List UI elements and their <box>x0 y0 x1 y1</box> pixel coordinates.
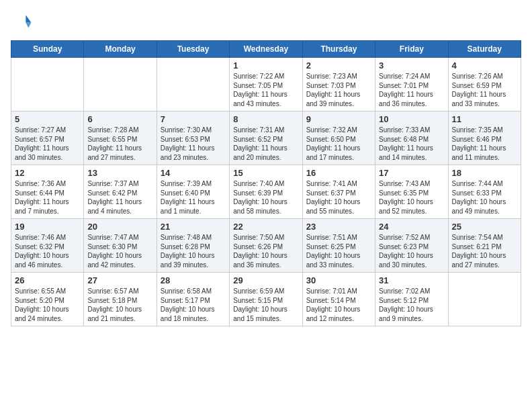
calendar-cell: 16Sunrise: 7:41 AM Sunset: 6:37 PM Dayli… <box>302 165 375 219</box>
day-number: 24 <box>379 222 444 232</box>
day-number: 23 <box>306 222 371 232</box>
calendar-table: SundayMondayTuesdayWednesdayThursdayFrid… <box>11 40 521 326</box>
calendar-cell: 9Sunrise: 7:32 AM Sunset: 6:50 PM Daylig… <box>302 111 375 165</box>
day-number: 9 <box>306 114 371 124</box>
day-number: 10 <box>379 114 444 124</box>
day-number: 20 <box>87 222 152 232</box>
calendar-cell <box>157 58 229 111</box>
day-header-tuesday: Tuesday <box>157 41 229 58</box>
calendar-cell: 31Sunrise: 7:02 AM Sunset: 5:12 PM Dayli… <box>375 273 448 326</box>
day-number: 31 <box>379 275 444 285</box>
day-number: 25 <box>452 222 517 232</box>
calendar-cell: 23Sunrise: 7:51 AM Sunset: 6:25 PM Dayli… <box>302 219 375 273</box>
day-header-friday: Friday <box>375 41 448 58</box>
calendar-cell: 2Sunrise: 7:23 AM Sunset: 7:03 PM Daylig… <box>302 58 375 111</box>
day-info: Sunrise: 7:40 AM Sunset: 6:39 PM Dayligh… <box>233 179 298 216</box>
day-info: Sunrise: 7:23 AM Sunset: 7:03 PM Dayligh… <box>306 72 371 108</box>
day-info: Sunrise: 7:32 AM Sunset: 6:50 PM Dayligh… <box>306 126 371 162</box>
svg-marker-1 <box>26 23 31 28</box>
day-number: 8 <box>233 114 298 124</box>
day-number: 14 <box>161 168 226 178</box>
day-info: Sunrise: 7:01 AM Sunset: 5:14 PM Dayligh… <box>306 287 371 323</box>
week-row-1: 1Sunrise: 7:22 AM Sunset: 7:05 PM Daylig… <box>11 58 521 111</box>
calendar-cell: 13Sunrise: 7:37 AM Sunset: 6:42 PM Dayli… <box>84 165 157 219</box>
day-info: Sunrise: 7:46 AM Sunset: 6:32 PM Dayligh… <box>15 233 80 269</box>
day-number: 26 <box>15 275 80 285</box>
day-number: 5 <box>15 114 80 124</box>
calendar-cell: 22Sunrise: 7:50 AM Sunset: 6:26 PM Dayli… <box>230 219 302 273</box>
day-header-saturday: Saturday <box>448 41 521 58</box>
day-info: Sunrise: 7:41 AM Sunset: 6:37 PM Dayligh… <box>306 179 371 216</box>
calendar-cell: 8Sunrise: 7:31 AM Sunset: 6:52 PM Daylig… <box>230 111 302 165</box>
day-number: 16 <box>306 168 371 178</box>
day-info: Sunrise: 7:48 AM Sunset: 6:28 PM Dayligh… <box>161 233 226 269</box>
calendar-cell: 4Sunrise: 7:26 AM Sunset: 6:59 PM Daylig… <box>448 58 521 111</box>
day-info: Sunrise: 7:37 AM Sunset: 6:42 PM Dayligh… <box>87 179 152 216</box>
day-number: 7 <box>161 114 226 124</box>
day-info: Sunrise: 7:47 AM Sunset: 6:30 PM Dayligh… <box>87 233 152 269</box>
day-info: Sunrise: 6:57 AM Sunset: 5:18 PM Dayligh… <box>87 287 152 323</box>
calendar-cell: 21Sunrise: 7:48 AM Sunset: 6:28 PM Dayli… <box>157 219 229 273</box>
calendar-cell: 27Sunrise: 6:57 AM Sunset: 5:18 PM Dayli… <box>84 273 157 326</box>
day-info: Sunrise: 7:52 AM Sunset: 6:23 PM Dayligh… <box>379 233 444 269</box>
day-info: Sunrise: 7:36 AM Sunset: 6:44 PM Dayligh… <box>15 179 80 216</box>
calendar-cell: 17Sunrise: 7:43 AM Sunset: 6:35 PM Dayli… <box>375 165 448 219</box>
logo <box>11 11 35 32</box>
svg-marker-0 <box>26 15 31 22</box>
day-info: Sunrise: 7:27 AM Sunset: 6:57 PM Dayligh… <box>15 126 80 162</box>
calendar-cell: 14Sunrise: 7:39 AM Sunset: 6:40 PM Dayli… <box>157 165 229 219</box>
day-number: 2 <box>306 60 371 71</box>
calendar-cell <box>11 58 84 111</box>
day-number: 6 <box>87 114 152 124</box>
calendar-cell: 28Sunrise: 6:58 AM Sunset: 5:17 PM Dayli… <box>157 273 229 326</box>
day-info: Sunrise: 7:26 AM Sunset: 6:59 PM Dayligh… <box>452 72 517 108</box>
calendar-cell: 12Sunrise: 7:36 AM Sunset: 6:44 PM Dayli… <box>11 165 84 219</box>
day-header-monday: Monday <box>84 41 157 58</box>
week-row-3: 12Sunrise: 7:36 AM Sunset: 6:44 PM Dayli… <box>11 165 521 219</box>
day-info: Sunrise: 7:50 AM Sunset: 6:26 PM Dayligh… <box>233 233 298 269</box>
day-info: Sunrise: 7:43 AM Sunset: 6:35 PM Dayligh… <box>379 179 444 216</box>
day-info: Sunrise: 7:28 AM Sunset: 6:55 PM Dayligh… <box>87 126 152 162</box>
day-number: 1 <box>233 60 298 71</box>
calendar-cell: 7Sunrise: 7:30 AM Sunset: 6:53 PM Daylig… <box>157 111 229 165</box>
day-number: 15 <box>233 168 298 178</box>
day-number: 11 <box>452 114 517 124</box>
day-number: 3 <box>379 60 444 71</box>
day-info: Sunrise: 7:39 AM Sunset: 6:40 PM Dayligh… <box>161 179 226 216</box>
day-info: Sunrise: 7:54 AM Sunset: 6:21 PM Dayligh… <box>452 233 517 269</box>
day-info: Sunrise: 7:02 AM Sunset: 5:12 PM Dayligh… <box>379 287 444 323</box>
day-number: 28 <box>161 275 226 285</box>
calendar-cell: 18Sunrise: 7:44 AM Sunset: 6:33 PM Dayli… <box>448 165 521 219</box>
day-info: Sunrise: 7:33 AM Sunset: 6:48 PM Dayligh… <box>379 126 444 162</box>
day-header-wednesday: Wednesday <box>230 41 302 58</box>
day-info: Sunrise: 7:24 AM Sunset: 7:01 PM Dayligh… <box>379 72 444 108</box>
day-number: 27 <box>87 275 152 285</box>
calendar-cell: 24Sunrise: 7:52 AM Sunset: 6:23 PM Dayli… <box>375 219 448 273</box>
week-row-4: 19Sunrise: 7:46 AM Sunset: 6:32 PM Dayli… <box>11 219 521 273</box>
calendar-cell: 3Sunrise: 7:24 AM Sunset: 7:01 PM Daylig… <box>375 58 448 111</box>
calendar-cell: 6Sunrise: 7:28 AM Sunset: 6:55 PM Daylig… <box>84 111 157 165</box>
day-number: 4 <box>452 60 517 71</box>
calendar-cell: 29Sunrise: 6:59 AM Sunset: 5:15 PM Dayli… <box>230 273 302 326</box>
calendar-cell: 1Sunrise: 7:22 AM Sunset: 7:05 PM Daylig… <box>230 58 302 111</box>
calendar-cell: 30Sunrise: 7:01 AM Sunset: 5:14 PM Dayli… <box>302 273 375 326</box>
day-info: Sunrise: 7:51 AM Sunset: 6:25 PM Dayligh… <box>306 233 371 269</box>
calendar-cell <box>448 273 521 326</box>
day-number: 30 <box>306 275 371 285</box>
day-info: Sunrise: 7:22 AM Sunset: 7:05 PM Dayligh… <box>233 72 298 108</box>
day-header-sunday: Sunday <box>11 41 84 58</box>
day-number: 13 <box>87 168 152 178</box>
week-row-2: 5Sunrise: 7:27 AM Sunset: 6:57 PM Daylig… <box>11 111 521 165</box>
calendar-cell: 20Sunrise: 7:47 AM Sunset: 6:30 PM Dayli… <box>84 219 157 273</box>
day-info: Sunrise: 7:31 AM Sunset: 6:52 PM Dayligh… <box>233 126 298 162</box>
day-number: 18 <box>452 168 517 178</box>
day-header-thursday: Thursday <box>302 41 375 58</box>
day-number: 21 <box>161 222 226 232</box>
day-info: Sunrise: 6:55 AM Sunset: 5:20 PM Dayligh… <box>15 287 80 323</box>
week-row-5: 26Sunrise: 6:55 AM Sunset: 5:20 PM Dayli… <box>11 273 521 326</box>
day-number: 29 <box>233 275 298 285</box>
day-info: Sunrise: 6:58 AM Sunset: 5:17 PM Dayligh… <box>161 287 226 323</box>
day-number: 22 <box>233 222 298 232</box>
calendar-cell: 15Sunrise: 7:40 AM Sunset: 6:39 PM Dayli… <box>230 165 302 219</box>
day-info: Sunrise: 7:44 AM Sunset: 6:33 PM Dayligh… <box>452 179 517 216</box>
